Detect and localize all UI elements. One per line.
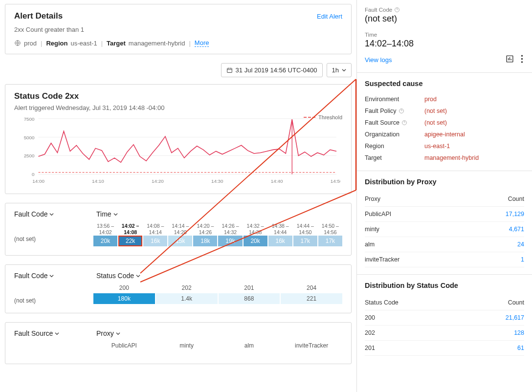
threshold-legend: Threshold	[304, 114, 342, 120]
status-cell[interactable]: 221	[281, 293, 342, 304]
row-value[interactable]: 24	[517, 241, 524, 248]
heat-time-col[interactable]: 14:20 –14:2618k	[193, 223, 217, 246]
heat-time-col[interactable]: 14:14 –14:2015k	[168, 223, 192, 246]
heat-time-col[interactable]: 14:32 –14:3820k	[244, 223, 267, 246]
svg-text:14:30: 14:30	[211, 178, 223, 184]
status-chart-card: Status Code 2xx Alert triggered Wednesda…	[5, 84, 352, 194]
chart-icon[interactable]	[505, 54, 515, 65]
globe-icon	[14, 40, 21, 46]
cause-key: Fault Policy	[365, 108, 424, 114]
status-col[interactable]: 2021.4k	[156, 284, 218, 304]
heat-cell[interactable]: 20k	[93, 236, 117, 246]
heat-time-col[interactable]: 14:26 –14:3219k	[218, 223, 242, 246]
heat-cell[interactable]: 17k	[293, 236, 317, 246]
heat-time-col[interactable]: 14:08 –14:1416k	[143, 223, 167, 246]
more-icon[interactable]	[520, 54, 524, 65]
fault-proxy-row-label	[14, 342, 93, 355]
more-link[interactable]: More	[195, 39, 209, 47]
target-label: Target	[107, 40, 126, 47]
heat-time-col[interactable]: 14:50 –14:5617k	[318, 223, 342, 246]
proxy-col-hdr: PublicAPI	[93, 342, 155, 349]
row-key: minty	[365, 226, 379, 233]
table-row: alm24	[365, 237, 524, 252]
caret-down-icon	[55, 331, 59, 336]
table-row: PublicAPI17,129	[365, 207, 524, 222]
fault-status-row-label: (not set)	[14, 284, 93, 304]
side-fault-code-value: (not set)	[365, 14, 524, 24]
heat-cell[interactable]: 17k	[318, 236, 342, 246]
cause-row: Targetmanagement-hybrid	[365, 152, 524, 164]
suspected-cause-section: Suspected cause EnvironmentprodFault Pol…	[357, 72, 532, 171]
fault-code-dropdown-2[interactable]: Fault Code	[14, 272, 54, 280]
status-cell[interactable]: 1.4k	[156, 293, 218, 304]
fault-source-dropdown[interactable]: Fault Source	[14, 329, 59, 337]
status-chart-title: Status Code 2xx	[14, 91, 342, 101]
heat-cell[interactable]: 19k	[218, 236, 242, 246]
heat-cell[interactable]: 16k	[268, 236, 292, 246]
alert-details-title: Alert Details	[14, 11, 63, 21]
status-cell[interactable]: 180k	[93, 293, 155, 304]
cause-row: Organizationapigee-internal	[365, 129, 524, 140]
edit-alert-link[interactable]: Edit Alert	[317, 13, 342, 20]
caret-down-icon	[49, 212, 54, 217]
proxy-col-hdr: inviteTracker	[281, 342, 342, 349]
row-value[interactable]: 128	[514, 329, 524, 336]
heat-time-col[interactable]: 14:38 –14:4416k	[268, 223, 292, 246]
cause-value: (not set)	[424, 119, 447, 126]
datetime-value: 31 Jul 2019 14:56 UTC-0400	[236, 66, 317, 74]
caret-down-icon	[342, 68, 346, 72]
fault-code-dropdown[interactable]: Fault Code	[14, 210, 54, 218]
heat-time-col[interactable]: 14:02 –14:0822k	[118, 223, 142, 246]
heat-cell[interactable]: 22k	[118, 236, 142, 246]
heat-time-col[interactable]: 13:56 –14:0220k	[93, 223, 117, 246]
status-code-dropdown[interactable]: Status Code	[96, 272, 140, 280]
row-key: inviteTracker	[365, 256, 399, 263]
calendar-icon	[226, 67, 233, 73]
help-icon[interactable]	[394, 7, 400, 13]
heat-cell[interactable]: 18k	[193, 236, 217, 246]
row-value[interactable]: 21,617	[506, 314, 524, 321]
svg-point-24	[521, 58, 523, 60]
status-col-hdr: 204	[281, 284, 342, 291]
heat-time-col[interactable]: 14:44 –14:5017k	[293, 223, 317, 246]
proxy-hdr-k: Proxy	[365, 196, 380, 202]
heat-cell[interactable]: 15k	[168, 236, 192, 246]
row-value[interactable]: 4,671	[509, 226, 524, 233]
threshold-swatch-icon	[304, 117, 315, 118]
row-value[interactable]: 1	[521, 256, 524, 263]
cause-value: apigee-internal	[424, 131, 465, 138]
proxy-col[interactable]: alm	[219, 342, 280, 351]
region-value: us-east-1	[70, 40, 97, 47]
proxy-col[interactable]: PublicAPI	[93, 342, 155, 351]
alert-rule-text: 2xx Count greater than 1	[14, 26, 342, 33]
cause-value: prod	[424, 96, 437, 103]
status-col[interactable]: 204221	[281, 284, 342, 304]
cause-row: Fault Policy(not set)	[365, 105, 524, 117]
proxy-dropdown[interactable]: Proxy	[96, 329, 120, 337]
row-value[interactable]: 61	[517, 345, 524, 351]
svg-point-25	[521, 61, 523, 63]
svg-text:14:10: 14:10	[92, 178, 104, 184]
cause-key: Region	[365, 143, 424, 150]
status-cell[interactable]: 868	[219, 293, 280, 304]
help-icon[interactable]	[399, 108, 404, 114]
range-picker[interactable]: 1h	[327, 63, 352, 77]
row-value[interactable]: 17,129	[506, 211, 524, 218]
proxy-col[interactable]: inviteTracker	[281, 342, 342, 351]
view-logs-link[interactable]: View logs	[365, 56, 392, 64]
suspected-cause-title: Suspected cause	[365, 80, 524, 87]
cause-row: Environmentprod	[365, 93, 524, 105]
status-col[interactable]: 201868	[219, 284, 280, 304]
side-time-value: 14:02–14:08	[365, 39, 524, 49]
svg-text:14:50: 14:50	[331, 178, 340, 184]
datetime-picker[interactable]: 31 Jul 2019 14:56 UTC-0400	[221, 63, 323, 77]
heat-cell[interactable]: 16k	[143, 236, 167, 246]
proxy-col[interactable]: minty	[156, 342, 218, 351]
fault-proxy-card: Fault Source Proxy PublicAPImintyalminvi…	[5, 322, 352, 364]
status-col[interactable]: 200180k	[93, 284, 155, 304]
heat-cell[interactable]: 20k	[244, 236, 267, 246]
time-dropdown[interactable]: Time	[96, 210, 118, 218]
help-icon[interactable]	[401, 120, 407, 126]
caret-down-icon	[136, 274, 140, 278]
status-hdr-k: Status Code	[365, 299, 399, 306]
